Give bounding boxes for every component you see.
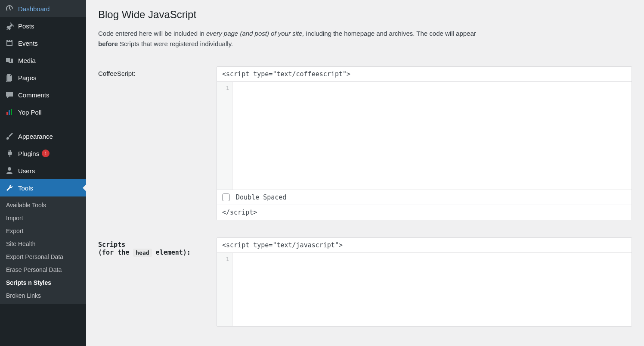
admin-sidebar: DashboardPostsEventsMediaPagesCommentsYo… (0, 0, 86, 346)
sidebar-item-users[interactable]: Users (0, 162, 86, 179)
sidebar-item-pages[interactable]: Pages (0, 69, 86, 86)
bars-icon (5, 108, 14, 116)
pages-icon (5, 73, 14, 82)
coffeescript-label: CoffeeScript: (98, 66, 217, 77)
scripts-row: Scripts (for the head element): <script … (98, 237, 632, 327)
wrench-icon (5, 184, 14, 192)
submenu-item-site-health[interactable]: Site Health (0, 237, 86, 250)
submenu-item-export[interactable]: Export (0, 224, 86, 237)
update-badge: 1 (42, 150, 50, 157)
sidebar-item-label: Users (18, 167, 35, 175)
submenu-item-erase-personal-data[interactable]: Erase Personal Data (0, 263, 86, 276)
double-spaced-option: Double Spaced (217, 190, 632, 205)
double-spaced-checkbox[interactable] (222, 193, 230, 201)
submenu-item-broken-links[interactable]: Broken Links (0, 289, 86, 302)
sidebar-item-label: Dashboard (18, 5, 50, 12)
plug-icon (5, 149, 14, 158)
main-content: Blog Wide JavaScript Code entered here w… (86, 0, 644, 346)
sidebar-item-dashboard[interactable]: Dashboard (0, 0, 86, 17)
tools-submenu: Available ToolsImportExportSite HealthEx… (0, 196, 86, 304)
page-description: Code entered here will be included in ev… (98, 28, 486, 49)
coffeescript-open-tag: <script type="text/coffeescript"> (217, 67, 632, 82)
sidebar-item-comments[interactable]: Comments (0, 86, 86, 103)
media-icon (5, 56, 14, 65)
pin-icon (5, 22, 14, 30)
submenu-item-available-tools[interactable]: Available Tools (0, 199, 86, 212)
scripts-open-tag: <script type="text/javascript"> (217, 238, 632, 253)
scripts-editor-box: <script type="text/javascript"> 1 (217, 237, 632, 327)
sidebar-item-label: Plugins (18, 150, 39, 157)
scripts-field: <script type="text/javascript"> 1 (217, 237, 632, 327)
sidebar-item-label: Events (18, 40, 38, 47)
sidebar-item-label: Tools (18, 184, 33, 192)
calendar-icon (5, 39, 14, 47)
sidebar-item-label: Yop Poll (18, 109, 42, 116)
coffeescript-editor-box: <script type="text/coffeescript"> 1 Doub… (217, 66, 632, 220)
sidebar-item-label: Appearance (18, 133, 53, 140)
coffeescript-row: CoffeeScript: <script type="text/coffees… (98, 66, 632, 220)
sidebar-item-events[interactable]: Events (0, 34, 86, 52)
sidebar-item-label: Posts (18, 22, 34, 30)
svg-rect-2 (11, 109, 12, 115)
svg-rect-1 (9, 110, 10, 115)
line-gutter: 1 (217, 253, 232, 326)
submenu-item-export-personal-data[interactable]: Export Personal Data (0, 250, 86, 263)
comment-icon (5, 90, 14, 99)
scripts-code-area[interactable]: 1 (217, 253, 632, 326)
coffeescript-field: <script type="text/coffeescript"> 1 Doub… (217, 66, 632, 220)
sidebar-item-label: Comments (18, 91, 50, 99)
sidebar-item-plugins[interactable]: Plugins1 (0, 145, 86, 162)
svg-rect-0 (6, 112, 8, 115)
page-title: Blog Wide JavaScript (98, 9, 632, 21)
sidebar-item-posts[interactable]: Posts (0, 17, 86, 34)
scripts-editor[interactable] (232, 253, 632, 326)
user-icon (5, 166, 14, 175)
submenu-item-import[interactable]: Import (0, 212, 86, 224)
sidebar-item-label: Pages (18, 74, 37, 81)
sidebar-item-tools[interactable]: Tools (0, 179, 86, 196)
sidebar-item-media[interactable]: Media (0, 52, 86, 69)
sidebar-item-label: Media (18, 57, 36, 64)
coffeescript-code-area[interactable]: 1 (217, 82, 632, 190)
sidebar-item-yop-poll[interactable]: Yop Poll (0, 103, 86, 121)
scripts-label: Scripts (for the head element): (98, 237, 217, 256)
coffeescript-close-tag: </script> (217, 205, 632, 220)
sidebar-item-appearance[interactable]: Appearance (0, 128, 86, 145)
double-spaced-label: Double Spaced (236, 193, 286, 201)
dashboard-icon (5, 4, 14, 13)
coffeescript-editor[interactable] (232, 82, 632, 190)
line-gutter: 1 (217, 82, 232, 190)
submenu-item-scripts-n-styles[interactable]: Scripts n Styles (0, 276, 86, 289)
brush-icon (5, 132, 14, 140)
